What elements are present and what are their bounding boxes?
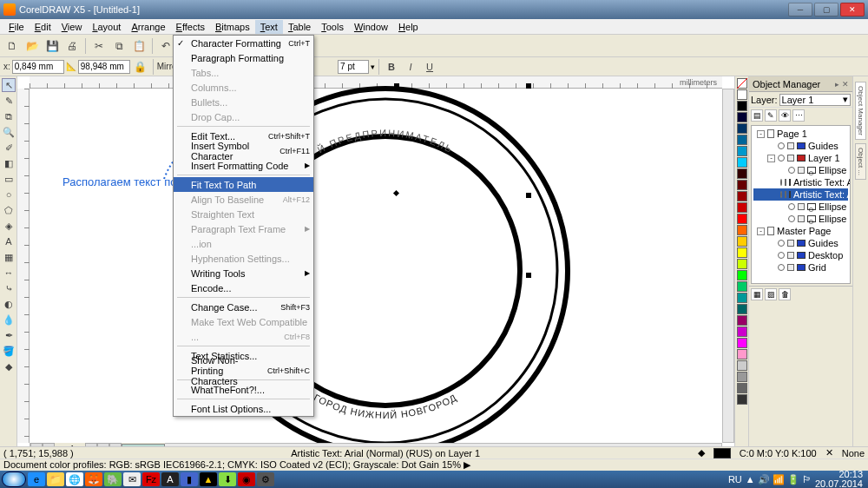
ps-icon[interactable]: A [161,472,179,486]
tab-object-manager[interactable]: Object Manager [855,82,866,140]
x-input[interactable] [12,60,64,74]
tree-item[interactable]: Artistic Text: Ari [753,188,848,201]
new-master-icon[interactable]: ▨ [765,288,777,300]
color-swatch[interactable] [737,247,747,258]
color-swatch[interactable] [737,315,747,326]
color-swatch[interactable] [737,214,747,224]
color-swatch[interactable] [737,157,747,168]
color-swatch[interactable] [737,236,747,247]
panel-layer-icon[interactable]: ▤ [751,109,763,122]
menu-layout[interactable]: Layout [87,20,126,34]
color-swatch[interactable] [737,259,747,269]
polygon-tool-icon[interactable]: ⬠ [2,203,16,217]
underline-icon[interactable]: U [421,58,438,76]
menu-edit[interactable]: Edit [30,20,56,34]
tree-item[interactable]: ○Ellipse [753,213,848,225]
dimension-tool-icon[interactable]: ↔ [2,266,16,280]
new-icon[interactable]: 🗋 [3,37,21,55]
ie-icon[interactable]: e [28,472,45,486]
tree-item[interactable]: -Layer 1 [753,152,848,164]
tree-item[interactable]: Guides [753,140,848,152]
menu-item[interactable]: ✓Character FormattingCtrl+T [174,36,313,50]
menu-tools[interactable]: Tools [316,20,349,34]
fill-swatch[interactable] [713,448,731,458]
menu-item[interactable]: Insert Symbol CharacterCtrl+F11 [174,143,313,158]
panel-expand-icon[interactable]: ▸ [835,80,839,89]
color-swatch[interactable] [737,146,747,156]
color-swatch[interactable] [737,202,747,213]
canvas[interactable]: Располагаем текст по кругу Й ПРЕДПРИНИМА [30,89,722,443]
menu-bitmaps[interactable]: Bitmaps [210,20,255,34]
firefox-icon[interactable]: 🦊 [85,472,102,486]
color-swatch[interactable] [737,360,747,371]
canvas-area[interactable]: Располагаем текст по кругу Й ПРЕДПРИНИМА [17,76,734,455]
chrome-icon[interactable]: 🌐 [66,472,83,486]
menu-help[interactable]: Help [393,20,424,34]
text-tool-icon[interactable]: A [2,234,16,248]
menu-item[interactable]: Change Case...Shift+F3 [174,300,313,314]
tree-item[interactable]: -Page 1 [753,128,848,140]
copy-icon[interactable]: ⧉ [110,37,128,55]
panel-edit-icon[interactable]: ✎ [765,109,777,122]
object-tree[interactable]: -Page 1Guides-Layer 1○EllipseArtistic Te… [751,125,851,284]
menu-item[interactable]: Insert Formatting Code▶ [174,158,313,173]
evernote-icon[interactable]: 🐘 [104,472,122,486]
selection-handle[interactable] [526,273,531,278]
menu-item[interactable]: WhatTheFont?!... [174,382,313,397]
ruler-vertical[interactable] [17,89,30,443]
color-swatch[interactable] [737,349,747,359]
color-swatch[interactable] [737,281,747,292]
color-swatch[interactable] [737,270,747,280]
tree-item[interactable]: -Master Page [753,225,848,237]
y-input[interactable] [78,60,130,74]
app-icon[interactable]: ▮ [181,472,198,486]
color-swatch[interactable] [737,191,747,201]
menu-arrange[interactable]: Arrange [126,20,170,34]
color-swatch[interactable] [737,326,747,337]
menu-view[interactable]: View [56,20,88,34]
outline-tool-icon[interactable]: ✒ [2,328,16,342]
new-layer-icon[interactable]: ▦ [751,288,763,300]
start-button[interactable] [2,472,26,487]
no-fill-swatch[interactable] [737,78,747,89]
panel-opts-icon[interactable]: ⋯ [792,109,805,122]
app5-icon[interactable]: ⚙ [257,472,274,486]
basicshapes-tool-icon[interactable]: ◈ [2,219,16,233]
menu-item[interactable]: Show Non-Printing CharactersCtrl+Shift+C [174,363,313,378]
fill-tool-icon[interactable]: 🪣 [2,344,16,358]
panel-close-icon[interactable]: ✕ [842,80,849,89]
bold-icon[interactable]: B [383,58,400,76]
smart-fill-icon[interactable]: ◧ [2,156,16,170]
cut-icon[interactable]: ✂ [90,37,108,55]
color-swatch[interactable] [737,383,747,393]
zoom-tool-icon[interactable]: 🔍 [2,125,16,139]
menu-window[interactable]: Window [349,20,393,34]
tray-lang[interactable]: RU [728,474,742,485]
save-icon[interactable]: 💾 [43,37,61,55]
interactive-fill-icon[interactable]: ◆ [2,359,16,373]
delete-icon[interactable]: 🗑 [779,288,791,300]
paste-icon[interactable]: 📋 [130,37,148,55]
rectangle-tool-icon[interactable]: ▭ [2,172,16,186]
selection-handle[interactable] [526,83,531,89]
color-swatch[interactable] [737,168,747,179]
tree-item[interactable]: Guides [753,237,848,249]
panel-view-icon[interactable]: 👁 [779,109,791,122]
app2-icon[interactable]: ▲ [200,472,217,486]
close-button[interactable]: ✕ [840,3,865,16]
menu-text[interactable]: Text [255,20,283,34]
color-swatch[interactable] [737,338,747,348]
print-icon[interactable]: 🖨 [63,37,81,55]
scrollbar-vertical[interactable] [722,89,734,443]
layer-select[interactable]: Layer 1▾ [779,94,851,106]
interactive-tool-icon[interactable]: ◐ [2,297,16,311]
connector-tool-icon[interactable]: ⤷ [2,281,16,295]
color-swatch[interactable] [737,394,747,405]
menu-file[interactable]: File [3,20,30,34]
menu-item[interactable]: Fit Text To Path [174,177,313,192]
menu-effects[interactable]: Effects [171,20,210,34]
color-swatch[interactable] [737,225,747,235]
tree-item[interactable]: Artistic Text: Ari [753,176,848,188]
freehand-tool-icon[interactable]: ✐ [2,141,16,155]
fontsize-input[interactable] [338,60,369,74]
